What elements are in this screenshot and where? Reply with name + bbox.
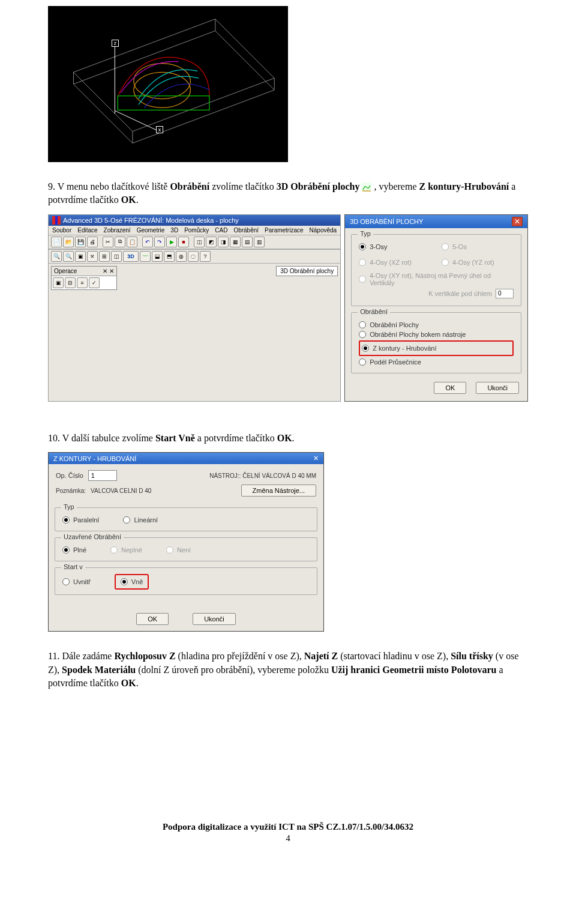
- tool-paste-icon[interactable]: 📋: [127, 237, 137, 247]
- menu-soubor[interactable]: Soubor: [52, 227, 71, 234]
- vertical-angle-label: K vertikále pod úhlem: [428, 290, 492, 297]
- close-icon[interactable]: ✕: [313, 454, 319, 462]
- op-number-label: Op. Číslo: [56, 472, 83, 479]
- tool-grid-icon[interactable]: ⊞: [99, 251, 110, 262]
- app-window-strip: Advanced 3D 5-Osé FRÉZOVÁNÍ: Modelová de…: [48, 214, 341, 402]
- tool-axes-icon[interactable]: ⤧: [87, 251, 98, 262]
- menu-zobrazeni[interactable]: Zobrazení: [104, 227, 131, 234]
- radio-4osy-xy[interactable]: 4-Osy (XY rot), Nástroj má Pevný úhel od…: [359, 272, 514, 286]
- cancel-button[interactable]: Ukonči: [476, 382, 519, 394]
- radio-4osy-yz[interactable]: 4-Osy (YZ rot): [442, 259, 514, 266]
- menu-geometrie[interactable]: Geometrie: [137, 227, 165, 234]
- axis-x-label: x: [156, 126, 163, 133]
- tool-view4-icon[interactable]: ▦: [230, 237, 241, 247]
- axis-z-label: z: [112, 40, 119, 47]
- instruction-10: 10. V další tabulce zvolíme Start Vně a …: [48, 432, 528, 445]
- app-title-text: Advanced 3D 5-Osé FRÉZOVÁNÍ: Modelová de…: [63, 217, 239, 224]
- tool-stop-icon[interactable]: ■: [178, 237, 189, 247]
- radio-4osy-xz[interactable]: 4-Osy (XZ rot): [359, 259, 431, 266]
- tool-undo-icon[interactable]: ↶: [142, 237, 153, 247]
- radio-3osy[interactable]: 3-Osy: [359, 243, 431, 250]
- dialog-title-text: 3D OBRÁBĚNÍ PLOCHY: [350, 218, 423, 225]
- op-btn-1-icon[interactable]: ▣: [53, 277, 64, 288]
- toolbar-row-2: 🔍 🔍 ▣ ⤧ ⊞ ◫ 3D 〰 ⬓ ⬒ ◍ ◌ ?: [49, 249, 340, 264]
- tool-view3-icon[interactable]: ◨: [218, 237, 229, 247]
- menu-parametrizace[interactable]: Parametrizace: [265, 227, 303, 234]
- radio-neni[interactable]: Není: [166, 546, 191, 554]
- radio-uvnitr[interactable]: Uvnitř: [62, 576, 91, 587]
- tool-mill4-icon[interactable]: ◌: [188, 251, 199, 262]
- page-number: 4: [286, 833, 290, 844]
- menu-editace[interactable]: Editace: [77, 227, 97, 234]
- tool-save-icon[interactable]: 💾: [75, 237, 86, 247]
- op-btn-2-icon[interactable]: ⊟: [65, 277, 76, 288]
- tool-q2-icon[interactable]: 🔍: [63, 251, 74, 262]
- app-logo-icon: [52, 216, 61, 225]
- tool-cut-icon[interactable]: ✂: [103, 237, 113, 247]
- radio-neplne[interactable]: Neplné: [110, 546, 142, 554]
- radio-obrabeni-plochy[interactable]: Obrábění Plochy: [359, 321, 514, 328]
- app-titlebar: Advanced 3D 5-Osé FRÉZOVÁNÍ: Modelová de…: [49, 215, 340, 226]
- tool-print-icon[interactable]: 🖨: [87, 237, 98, 247]
- ok-button[interactable]: OK: [136, 613, 169, 625]
- group-obrabeni-label: Obrábění: [358, 308, 390, 315]
- radio-obrabeni-bokem[interactable]: Obrábění Plochy bokem nástroje: [359, 331, 514, 338]
- tool-help-icon[interactable]: ?: [200, 251, 211, 262]
- svg-rect-13: [55, 216, 58, 225]
- footer-project-line: Podpora digitalizace a využití ICT na SP…: [163, 822, 413, 832]
- change-tool-button[interactable]: Změna Nástroje...: [241, 485, 316, 497]
- panel-controls-icon[interactable]: ✕ ✕: [103, 268, 114, 274]
- op-btn-4-icon[interactable]: ✓: [89, 277, 100, 288]
- radio-linearni[interactable]: Lineární: [123, 516, 158, 524]
- tool-mill3-icon[interactable]: ◍: [176, 251, 187, 262]
- tool-view5-icon[interactable]: ▤: [242, 237, 253, 247]
- radio-vne-highlight: Vně: [115, 574, 149, 590]
- tool-run-icon[interactable]: ▶: [166, 237, 177, 247]
- dialog-3d-machining-surface: 3D OBRÁBĚNÍ PLOCHY ✕ Typ 3-Osy 5-Os 4-Os…: [344, 214, 528, 402]
- group-uzavrene-label: Uzavřené Obrábění: [61, 533, 124, 540]
- radio-paralelni[interactable]: Paralelní: [62, 516, 99, 524]
- radio-vne[interactable]: Vně: [121, 578, 143, 585]
- menu-pomucky[interactable]: Pomůcky: [184, 227, 209, 234]
- surface-machining-icon: [362, 183, 371, 192]
- radio-podel-prusecnice[interactable]: Podél Průsečnice: [359, 358, 514, 366]
- dialog-z-kontury-hrubovani: Z KONTURY - HRUBOVÁNÍ ✕ Op. Číslo NÁSTRO…: [48, 452, 324, 632]
- tool-view2-icon[interactable]: ◩: [206, 237, 217, 247]
- group-typ-label: Typ: [358, 230, 373, 237]
- menu-3d[interactable]: 3D: [170, 227, 178, 234]
- cancel-button[interactable]: Ukonči: [193, 613, 236, 625]
- dialog2-title-text: Z KONTURY - HRUBOVÁNÍ: [53, 455, 136, 462]
- radio-5os[interactable]: 5-Os: [442, 243, 514, 250]
- menu-cad[interactable]: CAD: [215, 227, 227, 234]
- group-typ2-label: Typ: [61, 503, 77, 510]
- group-startv-label: Start v: [61, 563, 85, 570]
- svg-point-9: [134, 72, 191, 107]
- tool-mill2-icon[interactable]: ⬒: [164, 251, 175, 262]
- vertical-angle-input[interactable]: [496, 289, 514, 298]
- radio-z-kontury-hrubovani[interactable]: Z kontury - Hrubování: [362, 345, 511, 352]
- tool-mill1-icon[interactable]: ⬓: [152, 251, 163, 262]
- radio-plne[interactable]: Plné: [62, 546, 86, 554]
- tool-copy-icon[interactable]: ⧉: [115, 237, 125, 247]
- op-number-input[interactable]: [88, 470, 117, 481]
- operations-panel-title: Operace: [54, 268, 77, 274]
- note-value: VALCOVA CELNI D 40: [91, 488, 151, 494]
- tool-open-icon[interactable]: 📂: [63, 237, 74, 247]
- app-menubar[interactable]: Soubor Editace Zobrazení Geometrie 3D Po…: [49, 226, 340, 235]
- tool-view1-icon[interactable]: ◫: [194, 237, 205, 247]
- tool-3d-label-icon[interactable]: 3D: [123, 251, 139, 262]
- close-icon[interactable]: ✕: [512, 217, 523, 226]
- active-op-tab[interactable]: 3D Obrábění plochy: [276, 266, 338, 276]
- operations-panel: Operace ✕ ✕ ▣ ⊟ ≡ ✓: [51, 266, 117, 290]
- tool-surface-icon[interactable]: 〰: [140, 251, 151, 262]
- tool-new-icon[interactable]: 📄: [51, 237, 62, 247]
- tool-cube-icon[interactable]: ▣: [75, 251, 86, 262]
- tool-redo-icon[interactable]: ↷: [154, 237, 165, 247]
- op-btn-3-icon[interactable]: ≡: [77, 277, 88, 288]
- tool-view6-icon[interactable]: ▥: [254, 237, 265, 247]
- tool-search-icon[interactable]: 🔍: [51, 251, 62, 262]
- tool-plane-icon[interactable]: ◫: [111, 251, 122, 262]
- menu-obrabeni[interactable]: Obrábění: [233, 227, 259, 234]
- ok-button[interactable]: OK: [434, 382, 466, 394]
- menu-napoveda[interactable]: Nápověda: [310, 227, 337, 234]
